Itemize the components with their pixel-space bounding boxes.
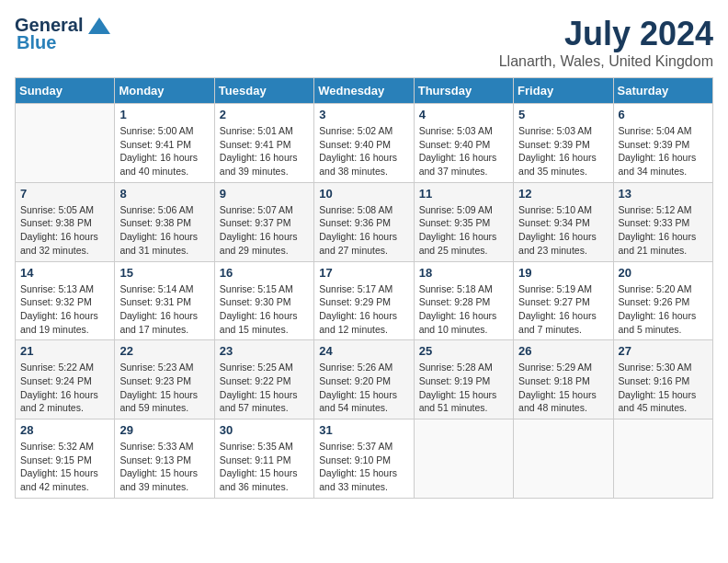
day-number: 27 xyxy=(619,344,708,358)
day-number: 9 xyxy=(220,187,309,201)
day-number: 30 xyxy=(220,423,309,437)
day-info: Sunrise: 5:07 AM Sunset: 9:37 PM Dayligh… xyxy=(220,203,309,258)
calendar-cell: 24Sunrise: 5:26 AM Sunset: 9:20 PM Dayli… xyxy=(314,340,414,419)
day-info: Sunrise: 5:01 AM Sunset: 9:41 PM Dayligh… xyxy=(220,124,309,178)
calendar-cell: 16Sunrise: 5:15 AM Sunset: 9:30 PM Dayli… xyxy=(214,261,313,340)
calendar-cell: 8Sunrise: 5:06 AM Sunset: 9:38 PM Daylig… xyxy=(115,182,214,261)
calendar-cell xyxy=(414,419,513,499)
day-info: Sunrise: 5:10 AM Sunset: 9:34 PM Dayligh… xyxy=(518,203,608,258)
calendar-cell: 10Sunrise: 5:08 AM Sunset: 9:36 PM Dayli… xyxy=(314,182,414,261)
day-number: 17 xyxy=(319,266,408,280)
calendar-cell: 2Sunrise: 5:01 AM Sunset: 9:41 PM Daylig… xyxy=(214,104,313,183)
day-number: 18 xyxy=(419,266,508,280)
month-year: July 2024 xyxy=(499,15,713,53)
day-info: Sunrise: 5:32 AM Sunset: 9:15 PM Dayligh… xyxy=(20,440,109,494)
day-number: 26 xyxy=(518,344,608,358)
day-number: 15 xyxy=(119,266,209,280)
weekday-header-friday: Friday xyxy=(514,78,613,104)
day-number: 31 xyxy=(319,423,408,437)
day-number: 23 xyxy=(220,344,309,358)
day-number: 29 xyxy=(119,423,209,437)
day-number: 11 xyxy=(419,187,508,201)
day-number: 10 xyxy=(319,187,408,201)
calendar-cell: 19Sunrise: 5:19 AM Sunset: 9:27 PM Dayli… xyxy=(514,261,613,340)
day-info: Sunrise: 5:04 AM Sunset: 9:39 PM Dayligh… xyxy=(619,124,708,178)
day-info: Sunrise: 5:00 AM Sunset: 9:41 PM Dayligh… xyxy=(119,124,209,178)
day-info: Sunrise: 5:19 AM Sunset: 9:27 PM Dayligh… xyxy=(518,282,608,337)
day-info: Sunrise: 5:14 AM Sunset: 9:31 PM Dayligh… xyxy=(119,282,209,337)
weekday-header-wednesday: Wednesday xyxy=(314,78,414,104)
day-info: Sunrise: 5:03 AM Sunset: 9:39 PM Dayligh… xyxy=(518,124,608,178)
day-number: 21 xyxy=(20,344,109,358)
calendar-cell: 14Sunrise: 5:13 AM Sunset: 9:32 PM Dayli… xyxy=(16,261,115,340)
day-info: Sunrise: 5:29 AM Sunset: 9:18 PM Dayligh… xyxy=(518,361,608,415)
day-number: 20 xyxy=(619,266,708,280)
calendar-cell xyxy=(514,419,613,499)
day-info: Sunrise: 5:33 AM Sunset: 9:13 PM Dayligh… xyxy=(119,440,209,494)
calendar-cell: 28Sunrise: 5:32 AM Sunset: 9:15 PM Dayli… xyxy=(16,419,115,499)
weekday-header-thursday: Thursday xyxy=(414,78,513,104)
day-number: 3 xyxy=(319,108,408,121)
calendar-week-3: 14Sunrise: 5:13 AM Sunset: 9:32 PM Dayli… xyxy=(16,261,713,340)
calendar-cell: 9Sunrise: 5:07 AM Sunset: 9:37 PM Daylig… xyxy=(214,182,313,261)
weekday-header-saturday: Saturday xyxy=(613,78,712,104)
calendar-cell xyxy=(613,419,712,499)
location: Llanarth, Wales, United Kingdom xyxy=(499,53,713,70)
day-info: Sunrise: 5:25 AM Sunset: 9:22 PM Dayligh… xyxy=(220,361,309,415)
calendar-week-5: 28Sunrise: 5:32 AM Sunset: 9:15 PM Dayli… xyxy=(16,419,713,499)
day-info: Sunrise: 5:22 AM Sunset: 9:24 PM Dayligh… xyxy=(20,361,109,415)
day-info: Sunrise: 5:05 AM Sunset: 9:38 PM Dayligh… xyxy=(20,203,109,258)
day-info: Sunrise: 5:20 AM Sunset: 9:26 PM Dayligh… xyxy=(619,282,708,337)
calendar-cell: 18Sunrise: 5:18 AM Sunset: 9:28 PM Dayli… xyxy=(414,261,513,340)
calendar-cell: 23Sunrise: 5:25 AM Sunset: 9:22 PM Dayli… xyxy=(214,340,313,419)
calendar-cell: 11Sunrise: 5:09 AM Sunset: 9:35 PM Dayli… xyxy=(414,182,513,261)
day-info: Sunrise: 5:28 AM Sunset: 9:19 PM Dayligh… xyxy=(419,361,508,415)
day-info: Sunrise: 5:13 AM Sunset: 9:32 PM Dayligh… xyxy=(20,282,109,337)
calendar-body: 1Sunrise: 5:00 AM Sunset: 9:41 PM Daylig… xyxy=(16,104,713,499)
calendar-table: SundayMondayTuesdayWednesdayThursdayFrid… xyxy=(15,77,713,499)
day-number: 5 xyxy=(518,108,608,121)
day-number: 14 xyxy=(20,266,109,280)
day-info: Sunrise: 5:23 AM Sunset: 9:23 PM Dayligh… xyxy=(119,361,209,415)
logo: General Blue xyxy=(15,15,112,53)
day-info: Sunrise: 5:37 AM Sunset: 9:10 PM Dayligh… xyxy=(319,440,408,494)
day-info: Sunrise: 5:17 AM Sunset: 9:29 PM Dayligh… xyxy=(319,282,408,337)
calendar-cell: 4Sunrise: 5:03 AM Sunset: 9:40 PM Daylig… xyxy=(414,104,513,183)
title-section: July 2024 Llanarth, Wales, United Kingdo… xyxy=(499,15,713,70)
page-header: General Blue July 2024 Llanarth, Wales, … xyxy=(15,15,713,70)
day-info: Sunrise: 5:03 AM Sunset: 9:40 PM Dayligh… xyxy=(419,124,508,178)
calendar-cell: 27Sunrise: 5:30 AM Sunset: 9:16 PM Dayli… xyxy=(613,340,712,419)
calendar-cell: 17Sunrise: 5:17 AM Sunset: 9:29 PM Dayli… xyxy=(314,261,414,340)
day-number: 4 xyxy=(419,108,508,121)
day-number: 7 xyxy=(20,187,109,201)
day-number: 22 xyxy=(119,344,209,358)
logo-icon xyxy=(86,16,112,36)
calendar-cell: 1Sunrise: 5:00 AM Sunset: 9:41 PM Daylig… xyxy=(115,104,214,183)
calendar-cell: 6Sunrise: 5:04 AM Sunset: 9:39 PM Daylig… xyxy=(613,104,712,183)
day-number: 12 xyxy=(518,187,608,201)
calendar-cell: 5Sunrise: 5:03 AM Sunset: 9:39 PM Daylig… xyxy=(514,104,613,183)
calendar-week-1: 1Sunrise: 5:00 AM Sunset: 9:41 PM Daylig… xyxy=(16,104,713,183)
svg-marker-0 xyxy=(88,17,110,34)
day-info: Sunrise: 5:15 AM Sunset: 9:30 PM Dayligh… xyxy=(220,282,309,337)
weekday-header-sunday: Sunday xyxy=(16,78,115,104)
day-number: 25 xyxy=(419,344,508,358)
calendar-cell: 22Sunrise: 5:23 AM Sunset: 9:23 PM Dayli… xyxy=(115,340,214,419)
day-number: 1 xyxy=(119,108,209,121)
weekday-header-monday: Monday xyxy=(115,78,214,104)
day-info: Sunrise: 5:35 AM Sunset: 9:11 PM Dayligh… xyxy=(220,440,309,494)
day-info: Sunrise: 5:09 AM Sunset: 9:35 PM Dayligh… xyxy=(419,203,508,258)
calendar-cell: 15Sunrise: 5:14 AM Sunset: 9:31 PM Dayli… xyxy=(115,261,214,340)
calendar-week-4: 21Sunrise: 5:22 AM Sunset: 9:24 PM Dayli… xyxy=(16,340,713,419)
calendar-cell: 25Sunrise: 5:28 AM Sunset: 9:19 PM Dayli… xyxy=(414,340,513,419)
day-number: 16 xyxy=(220,266,309,280)
calendar-cell: 7Sunrise: 5:05 AM Sunset: 9:38 PM Daylig… xyxy=(16,182,115,261)
weekday-header-row: SundayMondayTuesdayWednesdayThursdayFrid… xyxy=(16,78,713,104)
day-info: Sunrise: 5:18 AM Sunset: 9:28 PM Dayligh… xyxy=(419,282,508,337)
calendar-cell: 20Sunrise: 5:20 AM Sunset: 9:26 PM Dayli… xyxy=(613,261,712,340)
day-number: 8 xyxy=(119,187,209,201)
calendar-cell: 26Sunrise: 5:29 AM Sunset: 9:18 PM Dayli… xyxy=(514,340,613,419)
day-info: Sunrise: 5:08 AM Sunset: 9:36 PM Dayligh… xyxy=(319,203,408,258)
calendar-cell: 12Sunrise: 5:10 AM Sunset: 9:34 PM Dayli… xyxy=(514,182,613,261)
day-info: Sunrise: 5:26 AM Sunset: 9:20 PM Dayligh… xyxy=(319,361,408,415)
